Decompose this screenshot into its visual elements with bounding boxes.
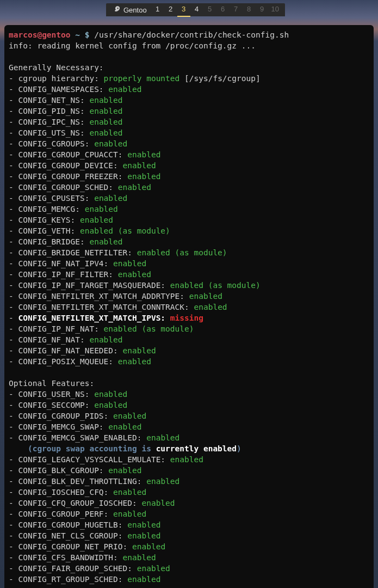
config-key: CONFIG_NAMESPACES: [18, 85, 103, 94]
config-key: CONFIG_CGROUP_DEVICE: [18, 161, 117, 170]
workspace-tab-2[interactable]: 2 [164, 3, 177, 17]
config-key: CONFIG_VETH: [18, 226, 75, 235]
config-status: enabled [113, 412, 146, 420]
config-status: enabled [94, 194, 127, 203]
config-key: CONFIG_LEGACY_VSYSCALL_EMULATE: [18, 455, 165, 464]
config-status: enabled [94, 390, 127, 399]
config-key: CONFIG_CGROUP_PIDS: [18, 412, 108, 420]
config-status: enabled [108, 466, 141, 475]
config-key: CONFIG_POSIX_MQUEUE: [18, 357, 113, 366]
tab-title: Gentoo [109, 5, 151, 15]
config-key: CONFIG_IPC_NS: [18, 118, 84, 126]
config-key: CONFIG_NET_NS: [18, 96, 84, 105]
workspace-tab-3[interactable]: 3 [177, 3, 190, 17]
config-key: CONFIG_FAIR_GROUP_SCHED: [18, 564, 132, 573]
config-key: CONFIG_NF_NAT: [18, 335, 84, 344]
config-key: CONFIG_CFQ_GROUP_IOSCHED: [18, 499, 137, 507]
config-key: CONFIG_NETFILTER_XT_MATCH_CONNTRACK: [18, 303, 189, 311]
config-key: CONFIG_CGROUP_SCHED: [18, 183, 113, 192]
config-status: enabled [85, 205, 118, 213]
config-status: enabled [89, 118, 122, 126]
config-key: CONFIG_PID_NS: [18, 107, 84, 115]
section-header: Generally Necessary: [9, 63, 104, 72]
config-key: CONFIG_CGROUP_HUGETLB: [18, 520, 122, 529]
workspace-tab-6[interactable]: 6 [216, 3, 230, 17]
config-key: CONFIG_NETFILTER_XT_MATCH_ADDRTYPE: [18, 292, 184, 301]
config-status: enabled (as module) [137, 248, 227, 257]
config-key: CONFIG_UTS_NS: [18, 128, 84, 137]
section-header: Optional Features: [9, 379, 94, 388]
config-key: CONFIG_RT_GROUP_SCHED: [18, 575, 122, 584]
command-text: /usr/share/docker/contrib/check-config.s… [94, 30, 289, 39]
config-status: enabled [118, 183, 151, 192]
config-key: CONFIG_BLK_DEV_THROTTLING: [18, 477, 141, 486]
config-key: CONFIG_CGROUPS: [18, 139, 89, 148]
config-status: enabled [118, 357, 151, 366]
config-key: CONFIG_NF_NAT_NEEDED: [18, 346, 117, 355]
config-extra: [/sys/fs/cgroup] [179, 74, 260, 83]
config-status: missing [170, 314, 203, 322]
workspace-tab-10[interactable]: 10 [269, 3, 282, 17]
workspace-tab-9[interactable]: 9 [256, 3, 269, 17]
config-key: CONFIG_SECCOMP: [18, 401, 89, 409]
config-key: CONFIG_MEMCG_SWAP: [18, 422, 103, 431]
config-status: enabled (as module) [80, 226, 170, 235]
workspace-tab-8[interactable]: 8 [243, 3, 256, 17]
config-status: enabled [118, 270, 151, 279]
workspace-tab-7[interactable]: 7 [230, 3, 243, 17]
config-key: CONFIG_NETFILTER_XT_MATCH_IPVS: [18, 314, 165, 322]
config-status: enabled [127, 575, 160, 584]
prompt-path: ~ [75, 30, 80, 39]
config-key: CONFIG_BRIDGE_NETFILTER: [18, 248, 132, 257]
config-status: enabled [89, 335, 122, 344]
config-status: enabled [80, 216, 113, 224]
config-key: CONFIG_BRIDGE: [18, 237, 84, 246]
config-status: enabled [89, 128, 122, 137]
prompt-symbol: $ [85, 30, 90, 39]
config-key: CONFIG_IOSCHED_CFQ: [18, 488, 108, 497]
config-key: CONFIG_CGROUP_NET_PRIO: [18, 542, 127, 551]
config-key: CONFIG_MEMCG: [18, 205, 80, 213]
workspace-tab-4[interactable]: 4 [190, 3, 203, 17]
config-status: enabled [94, 139, 127, 148]
config-status: properly mounted [104, 74, 180, 83]
prompt-user: marcos [9, 30, 37, 39]
config-key: CONFIG_BLK_CGROUP: [18, 466, 103, 475]
config-key: cgroup hierarchy: [18, 74, 98, 83]
config-status: enabled [127, 520, 160, 529]
prompt-at: @ [37, 30, 42, 39]
config-key: CONFIG_CFS_BANDWIDTH: [18, 553, 117, 562]
workspace-tab-1[interactable]: 1 [151, 3, 164, 17]
config-status: enabled (as module) [104, 324, 194, 333]
config-key: CONFIG_CPUSETS: [18, 194, 89, 203]
config-status: enabled [89, 107, 122, 115]
info-line: info: reading kernel config from /proc/c… [9, 41, 256, 50]
config-status: enabled [127, 531, 160, 540]
config-status: enabled [113, 488, 146, 497]
config-status: enabled [89, 96, 122, 105]
config-key: CONFIG_KEYS: [18, 216, 75, 224]
config-status: enabled [137, 564, 170, 573]
config-status: enabled [94, 401, 127, 409]
config-key: CONFIG_NET_CLS_CGROUP: [18, 531, 122, 540]
config-status: enabled [113, 259, 146, 268]
terminal-window[interactable]: marcos@gentoo ~ $ /usr/share/docker/cont… [4, 25, 374, 588]
prompt-host: gentoo [42, 30, 70, 39]
config-status: enabled [108, 422, 141, 431]
config-status: enabled [123, 553, 156, 562]
config-key: CONFIG_CGROUP_FREEZER: [18, 172, 122, 181]
config-key: CONFIG_CGROUP_PERF: [18, 510, 108, 518]
config-status: enabled [113, 510, 146, 518]
config-key: CONFIG_NF_NAT_IPV4: [18, 259, 108, 268]
workspace-tab-5[interactable]: 5 [203, 3, 216, 17]
config-key: CONFIG_IP_NF_TARGET_MASQUERADE: [18, 281, 165, 290]
output-body: Generally Necessary: - cgroup hierarchy:… [9, 62, 369, 585]
config-key: CONFIG_USER_NS: [18, 390, 89, 399]
config-status: enabled [189, 292, 222, 301]
config-key: CONFIG_IP_NF_FILTER: [18, 270, 113, 279]
config-status: enabled [127, 172, 160, 181]
config-status: enabled [123, 161, 156, 170]
config-status: enabled [194, 303, 227, 311]
config-status: enabled [146, 433, 179, 442]
config-key: CONFIG_IP_NF_NAT: [18, 324, 98, 333]
